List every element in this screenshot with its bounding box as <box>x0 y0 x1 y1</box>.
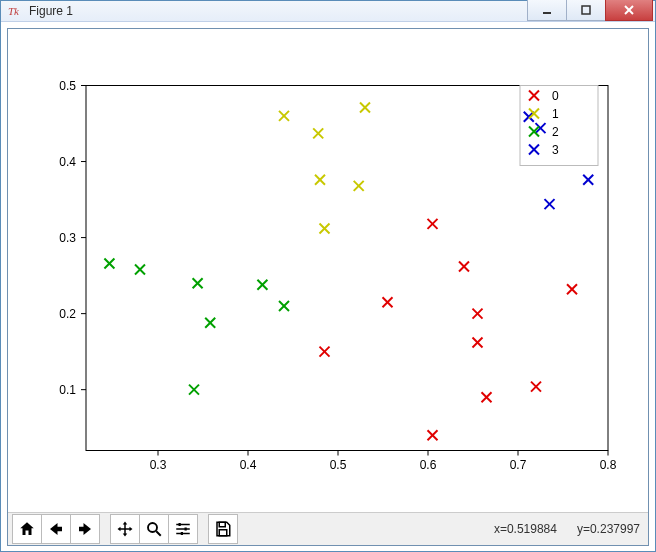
cursor-readout: x=0.519884 y=0.237997 <box>494 522 644 536</box>
svg-text:0.3: 0.3 <box>150 458 167 472</box>
title-bar[interactable]: Tk Figure 1 <box>1 1 655 22</box>
svg-rect-2 <box>582 6 590 14</box>
svg-rect-103 <box>219 522 225 527</box>
svg-rect-102 <box>181 532 183 535</box>
app-icon: Tk <box>7 3 23 19</box>
forward-button[interactable] <box>70 514 100 544</box>
svg-text:0.5: 0.5 <box>59 79 76 93</box>
svg-text:2: 2 <box>552 125 559 139</box>
window-title: Figure 1 <box>29 4 527 18</box>
svg-text:0: 0 <box>552 89 559 103</box>
configure-button[interactable] <box>168 514 198 544</box>
svg-rect-101 <box>185 528 187 531</box>
close-button[interactable] <box>605 0 653 21</box>
svg-rect-100 <box>179 523 181 526</box>
pan-button[interactable] <box>110 514 140 544</box>
window-controls <box>527 1 653 21</box>
navigation-toolbar: x=0.519884 y=0.237997 <box>8 512 648 545</box>
back-button[interactable] <box>41 514 71 544</box>
svg-text:1: 1 <box>552 107 559 121</box>
plot-area[interactable]: 0.30.40.50.60.70.80.10.20.30.40.50123 <box>8 29 648 512</box>
svg-text:0.3: 0.3 <box>59 231 76 245</box>
svg-text:0.5: 0.5 <box>330 458 347 472</box>
svg-text:0.7: 0.7 <box>510 458 527 472</box>
cursor-x: x=0.519884 <box>494 522 557 536</box>
minimize-button[interactable] <box>527 0 567 21</box>
svg-text:Tk: Tk <box>8 5 20 17</box>
zoom-button[interactable] <box>139 514 169 544</box>
svg-text:0.8: 0.8 <box>600 458 617 472</box>
svg-text:0.6: 0.6 <box>420 458 437 472</box>
svg-text:0.2: 0.2 <box>59 307 76 321</box>
svg-text:0.1: 0.1 <box>59 383 76 397</box>
cursor-y: y=0.237997 <box>577 522 640 536</box>
figure-canvas-container: 0.30.40.50.60.70.80.10.20.30.40.50123 x=… <box>7 28 649 546</box>
save-button[interactable] <box>208 514 238 544</box>
svg-line-96 <box>156 531 161 536</box>
svg-text:0.4: 0.4 <box>240 458 257 472</box>
home-button[interactable] <box>12 514 42 544</box>
svg-rect-5 <box>86 86 608 451</box>
svg-rect-104 <box>219 530 227 536</box>
scatter-plot[interactable]: 0.30.40.50.60.70.80.10.20.30.40.50123 <box>8 29 648 512</box>
svg-text:0.4: 0.4 <box>59 155 76 169</box>
app-window: Tk Figure 1 0.30.40.50.60.70.80.10.20.30… <box>0 0 656 552</box>
maximize-button[interactable] <box>566 0 606 21</box>
svg-text:3: 3 <box>552 143 559 157</box>
svg-point-95 <box>148 523 157 532</box>
